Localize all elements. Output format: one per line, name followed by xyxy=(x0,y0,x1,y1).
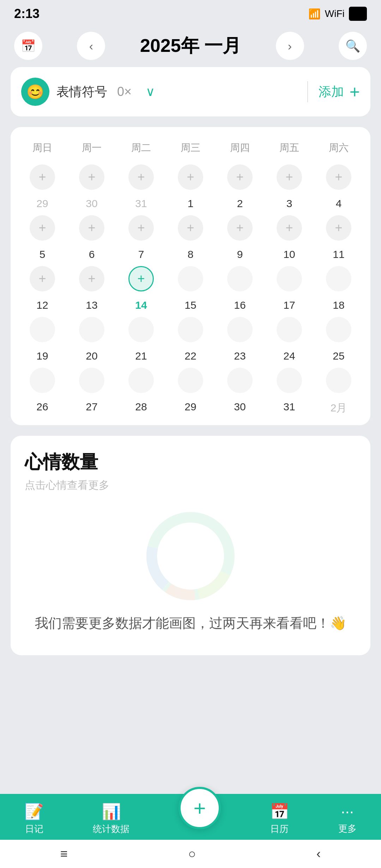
calendar-nav-label: 日历 xyxy=(270,823,289,835)
cal-cell xyxy=(18,365,67,398)
weekday-tue: 周二 xyxy=(116,138,166,158)
cal-cell: + xyxy=(215,162,265,195)
add-label: 添加 xyxy=(319,83,344,101)
diary-icon: 📝 xyxy=(24,802,44,821)
calendar-grid-week1-days: 29 30 31 1 2 3 4 xyxy=(18,195,363,212)
cal-day-cell: 10 xyxy=(265,246,314,263)
sys-home-button[interactable]: ○ xyxy=(188,846,196,861)
center-plus-icon: + xyxy=(193,796,206,820)
cal-cell xyxy=(265,263,314,296)
cal-cell: + xyxy=(18,162,67,195)
cal-day-num: 9 xyxy=(237,248,243,260)
calendar-icon-btn[interactable]: 📅 xyxy=(14,32,42,60)
status-right: 📶 WiFi 48 xyxy=(308,7,367,21)
cal-cell xyxy=(215,314,265,347)
cal-day-cell: 17 xyxy=(265,296,314,314)
weekday-sun: 周日 xyxy=(18,138,67,158)
add-day-btn[interactable]: + xyxy=(128,215,154,241)
cal-day-cell: 4 xyxy=(314,195,363,212)
cal-day-cell: 1 xyxy=(166,195,215,212)
add-day-btn[interactable]: + xyxy=(79,266,104,291)
calendar-card: 周日 周一 周二 周三 周四 周五 周六 + + + + + + + 29 30… xyxy=(11,127,370,425)
cal-day-cell: 5 xyxy=(18,246,67,263)
add-entry-button[interactable]: + xyxy=(179,787,221,829)
add-day-btn-active[interactable]: + xyxy=(128,266,154,291)
add-day-btn[interactable]: + xyxy=(128,164,154,190)
cal-cell xyxy=(166,263,215,296)
add-day-btn xyxy=(277,317,302,342)
mood-empty-message: 我们需要更多数据才能画图，过两天再来看看吧！👋 xyxy=(25,613,356,634)
add-day-btn[interactable]: + xyxy=(30,215,55,241)
nav-diary[interactable]: 📝 日记 xyxy=(24,802,44,835)
cal-cell: + xyxy=(116,212,166,246)
cal-day-cell: 29 xyxy=(166,398,215,418)
weekday-sat: 周六 xyxy=(314,138,363,158)
cal-day-cell: 11 xyxy=(314,246,363,263)
diary-label: 日记 xyxy=(25,823,43,835)
next-month-button[interactable]: › xyxy=(276,32,304,60)
add-day-btn xyxy=(326,368,351,393)
weekday-wed: 周三 xyxy=(166,138,215,158)
emoji-dropdown-icon[interactable]: ∨ xyxy=(146,84,155,99)
more-label: 更多 xyxy=(338,822,357,835)
add-day-btn[interactable]: + xyxy=(227,215,253,241)
weekday-mon: 周一 xyxy=(67,138,116,158)
signal-icon: 📶 xyxy=(308,8,321,20)
cal-cell xyxy=(215,365,265,398)
cal-day-cell: 8 xyxy=(166,246,215,263)
nav-calendar[interactable]: 📅 日历 xyxy=(270,802,289,835)
sys-menu-button[interactable]: ≡ xyxy=(60,846,68,861)
search-button[interactable]: 🔍 xyxy=(339,32,367,60)
add-day-btn[interactable]: + xyxy=(227,164,253,190)
add-day-btn[interactable]: + xyxy=(79,164,104,190)
add-day-btn[interactable]: + xyxy=(79,215,104,241)
cal-day-num: 31 xyxy=(283,401,295,413)
cal-day-num: 30 xyxy=(86,198,97,210)
add-plus-icon: + xyxy=(350,82,360,102)
add-day-btn xyxy=(178,368,203,393)
add-day-btn[interactable]: + xyxy=(30,164,55,190)
calendar-grid-week2-adds: + + + + + + + xyxy=(18,212,363,246)
calendar-grid-week4-adds xyxy=(18,314,363,347)
add-day-btn[interactable]: + xyxy=(30,266,55,291)
calendar-grid-week1-adds: + + + + + + + xyxy=(18,162,363,195)
cal-day-cell: 9 xyxy=(215,246,265,263)
cal-day-cell: 31 xyxy=(265,398,314,418)
add-day-btn[interactable]: + xyxy=(178,164,203,190)
cal-day-num: 10 xyxy=(283,248,295,260)
add-day-btn xyxy=(178,266,203,291)
mood-chart-area xyxy=(25,507,356,605)
cal-day-cell: 29 xyxy=(18,195,67,212)
search-icon: 🔍 xyxy=(345,39,360,53)
add-day-btn[interactable]: + xyxy=(178,215,203,241)
cal-cell xyxy=(116,365,166,398)
cal-cell: + xyxy=(314,212,363,246)
add-day-btn[interactable]: + xyxy=(277,215,302,241)
cal-day-cell: 23 xyxy=(215,347,265,365)
cal-day-cell: 2 xyxy=(215,195,265,212)
sys-back-button[interactable]: ‹ xyxy=(316,846,321,861)
cal-cell: + xyxy=(67,263,116,296)
prev-month-button[interactable]: ‹ xyxy=(77,32,105,60)
add-day-btn[interactable]: + xyxy=(326,164,351,190)
cal-cell xyxy=(265,365,314,398)
cal-cell xyxy=(314,263,363,296)
add-day-btn[interactable]: + xyxy=(277,164,302,190)
emoji-left-section: 😊 表情符号 0× ∨ xyxy=(21,78,297,106)
nav-more[interactable]: ··· 更多 xyxy=(338,803,357,835)
add-day-btn[interactable]: + xyxy=(326,215,351,241)
status-time: 2:13 xyxy=(14,6,40,21)
calendar-grid-week5-adds xyxy=(18,365,363,398)
calendar-grid-week3-adds: + + + xyxy=(18,263,363,296)
add-day-btn xyxy=(326,317,351,342)
add-emoji-button[interactable]: 添加 + xyxy=(319,82,360,102)
mood-title: 心情数量 xyxy=(25,450,356,475)
cal-day-num: 28 xyxy=(135,401,147,413)
nav-stats[interactable]: 📊 统计数据 xyxy=(93,802,129,835)
cal-day-cell: 25 xyxy=(314,347,363,365)
add-day-btn xyxy=(178,317,203,342)
month-title: 2025年 一月 xyxy=(140,34,241,58)
cal-cell: + xyxy=(215,212,265,246)
cal-day-num: 30 xyxy=(234,401,246,413)
cal-day-cell: 30 xyxy=(67,195,116,212)
